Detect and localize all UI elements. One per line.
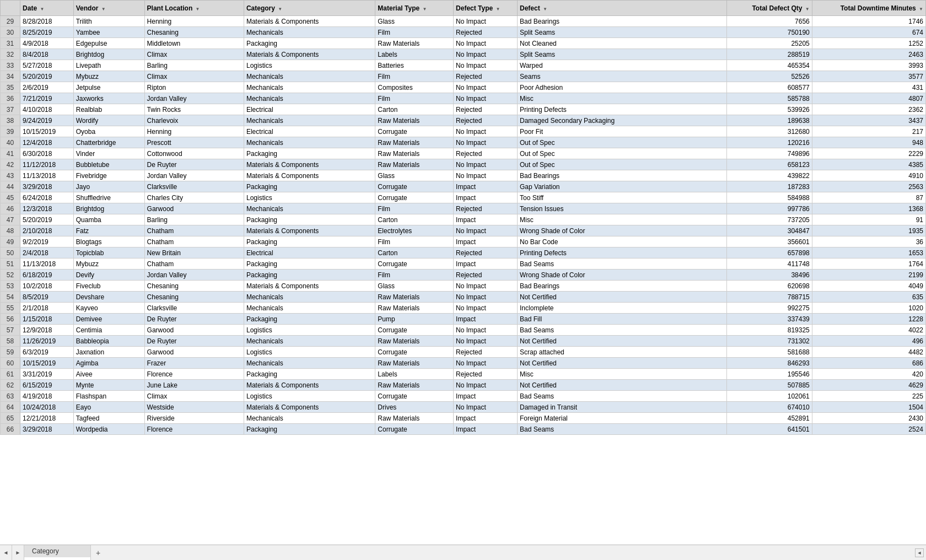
table-row[interactable]: 6010/15/2019AgimbaFrazerMechanicalsRaw M… — [1, 358, 926, 369]
cell-matType: Film — [375, 270, 454, 281]
table-row[interactable]: 4311/13/2018FivebridgeJordan ValleyMater… — [1, 170, 926, 181]
table-row[interactable]: 634/19/2018FlashspanClimaxLogisticsCorru… — [1, 391, 926, 402]
cell-date: 12/9/2018 — [20, 325, 74, 336]
down-filter-icon[interactable]: ▼ — [919, 7, 923, 12]
col-header-deftype[interactable]: Defect Type ▼ — [454, 1, 518, 16]
cell-vendor: Mybuzz — [73, 259, 144, 270]
table-row[interactable]: 3910/15/2019OyobaHenningElectricalCorrug… — [1, 126, 926, 137]
tab-supplier-quality[interactable]: Supplier Quality — [24, 557, 91, 560]
cell-plant: Chatham — [144, 259, 244, 270]
defect-filter-icon[interactable]: ▼ — [543, 7, 547, 12]
cell-defType: Impact — [454, 214, 518, 225]
table-row[interactable]: 328/4/2018BrightdogClimaxMaterials & Com… — [1, 49, 926, 60]
col-header-down[interactable]: Total Downtime Minutes ▼ — [812, 1, 925, 16]
table-row[interactable]: 443/29/2018JayoClarksvillePackagingCorru… — [1, 181, 926, 192]
cell-matType: Corrugate — [375, 181, 454, 192]
row-num-header — [1, 1, 20, 16]
table-row[interactable]: 314/9/2018EdgepulseMiddletownPackagingRa… — [1, 38, 926, 49]
plant-filter-icon[interactable]: ▼ — [196, 7, 200, 12]
cell-qty: 657898 — [727, 247, 812, 259]
table-row[interactable]: 502/4/2018TopicblabNew BritainElectrical… — [1, 247, 926, 259]
cell-plant: Barling — [144, 60, 244, 71]
tab-nav-next[interactable]: ► — [12, 545, 24, 560]
cell-matType: Film — [375, 71, 454, 82]
tab-add-button[interactable]: + — [91, 545, 105, 560]
table-row[interactable]: 352/6/2019JetpulseRiptonMechanicalsCompo… — [1, 82, 926, 93]
cell-date: 3/29/2018 — [20, 181, 74, 192]
table-row[interactable]: 308/25/2019YambeeChesaningMechanicalsFil… — [1, 27, 926, 38]
table-row[interactable]: 298/28/2018TrilithHenningMaterials & Com… — [1, 16, 926, 27]
col-header-vendor[interactable]: Vendor ▼ — [73, 1, 144, 16]
table-row[interactable]: 6410/24/2018EayoWestsideMaterials & Comp… — [1, 402, 926, 413]
cell-date: 2/6/2019 — [20, 82, 74, 93]
table-row[interactable]: 456/24/2018ShuffledriveCharles CityLogis… — [1, 192, 926, 203]
cell-qty: 439822 — [727, 170, 812, 181]
cell-down: 36 — [812, 236, 925, 247]
table-row[interactable]: 626/15/2019MynteJune LakeMaterials & Com… — [1, 380, 926, 391]
table-row[interactable]: 561/15/2018DemiveeDe RuyterPackagingPump… — [1, 314, 926, 325]
cell-plant: Climax — [144, 71, 244, 82]
table-row[interactable]: 374/10/2018RealblabTwin RocksElectricalC… — [1, 104, 926, 115]
qty-filter-icon[interactable]: ▼ — [805, 7, 810, 12]
table-row[interactable]: 389/24/2019WordifyCharlevoixMechanicalsR… — [1, 115, 926, 126]
mattype-filter-icon[interactable]: ▼ — [422, 7, 427, 12]
category-filter-icon[interactable]: ▼ — [278, 7, 282, 12]
vendor-filter-icon[interactable]: ▼ — [101, 7, 106, 12]
table-row[interactable]: 596/3/2019JaxnationGarwoodLogisticsCorru… — [1, 347, 926, 358]
cell-date: 10/15/2019 — [20, 126, 74, 137]
cell-matType: Glass — [375, 281, 454, 292]
cell-vendor: Jaxworks — [73, 93, 144, 104]
cell-vendor: Jetpulse — [73, 82, 144, 93]
col-header-date[interactable]: Date ▼ — [20, 1, 74, 16]
col-header-qty[interactable]: Total Defect Qty ▼ — [727, 1, 812, 16]
row-number: 63 — [1, 391, 20, 402]
table-row[interactable]: 5111/13/2018MybuzzChathamPackagingCorrug… — [1, 259, 926, 270]
table-row[interactable]: 5712/9/2018CentimiaGarwoodLogisticsCorru… — [1, 325, 926, 336]
table-row[interactable]: 335/27/2018LivepathBarlingLogisticsBatte… — [1, 60, 926, 71]
table-row[interactable]: 4211/12/2018BubbletubeDe RuyterMaterials… — [1, 159, 926, 170]
table-row[interactable]: 548/5/2019DevshareChesaningMechanicalsRa… — [1, 292, 926, 303]
col-header-plant[interactable]: Plant Location ▼ — [144, 1, 244, 16]
cell-down: 87 — [812, 192, 925, 203]
table-row[interactable]: 4612/3/2018BrightdogGarwoodMechanicalsFi… — [1, 203, 926, 214]
col-header-mattype[interactable]: Material Type ▼ — [375, 1, 454, 16]
deftype-filter-icon[interactable]: ▼ — [496, 7, 500, 12]
cell-vendor: Flashspan — [73, 391, 144, 402]
cell-category: Logistics — [244, 60, 375, 71]
row-number: 45 — [1, 192, 20, 203]
table-row[interactable]: 499/2/2019BlogtagsChathamPackagingFilmIm… — [1, 236, 926, 247]
cell-defect: Not Certified — [518, 358, 727, 369]
table-row[interactable]: 475/20/2019QuambaBarlingPackagingCartonI… — [1, 214, 926, 225]
table-row[interactable]: 6512/21/2018TagfeedRiversideMechanicalsR… — [1, 413, 926, 424]
cell-vendor: Trilith — [73, 16, 144, 27]
cell-down: 4022 — [812, 325, 925, 336]
table-row[interactable]: 345/20/2019MybuzzClimaxMechanicalsFilmRe… — [1, 71, 926, 82]
date-filter-icon[interactable]: ▼ — [40, 7, 44, 12]
table-row[interactable]: 5310/2/2018FiveclubChesaningMaterials & … — [1, 281, 926, 292]
cell-matType: Glass — [375, 16, 454, 27]
row-number: 53 — [1, 281, 20, 292]
table-row[interactable]: 367/21/2019JaxworksJordan ValleyMechanic… — [1, 93, 926, 104]
tab-category[interactable]: Category — [24, 545, 91, 557]
cell-defType: Rejected — [454, 247, 518, 259]
cell-vendor: Wordify — [73, 115, 144, 126]
scroll-left-icon[interactable]: ◄ — [915, 548, 924, 557]
table-row[interactable]: 5811/26/2019BabbleopiaDe RuyterMechanica… — [1, 336, 926, 347]
col-header-category[interactable]: Category ▼ — [244, 1, 375, 16]
cell-date: 4/9/2018 — [20, 38, 74, 49]
col-header-defect[interactable]: Defect ▼ — [518, 1, 727, 16]
table-row[interactable]: 526/18/2019DevifyJordan ValleyPackagingF… — [1, 270, 926, 281]
cell-plant: Climax — [144, 391, 244, 402]
cell-vendor: Quamba — [73, 214, 144, 225]
table-row[interactable]: 482/10/2018FatzChathamMaterials & Compon… — [1, 225, 926, 236]
cell-defect: Split Seams — [518, 27, 727, 38]
table-row[interactable]: 4012/4/2018ChatterbridgePrescottMechanic… — [1, 137, 926, 148]
table-row[interactable]: 552/1/2018KayveoClarksvilleMechanicalsRa… — [1, 303, 926, 314]
cell-plant: Chatham — [144, 236, 244, 247]
tab-nav-prev[interactable]: ◄ — [0, 545, 12, 560]
cell-vendor: Realblab — [73, 104, 144, 115]
table-row[interactable]: 613/31/2019AiveeFlorencePackagingLabelsR… — [1, 369, 926, 380]
table-row[interactable]: 416/30/2018VinderCottonwoodPackagingRaw … — [1, 148, 926, 159]
table-row[interactable]: 663/29/2018WordpediaFlorencePackagingCor… — [1, 424, 926, 435]
cell-matType: Corrugate — [375, 325, 454, 336]
